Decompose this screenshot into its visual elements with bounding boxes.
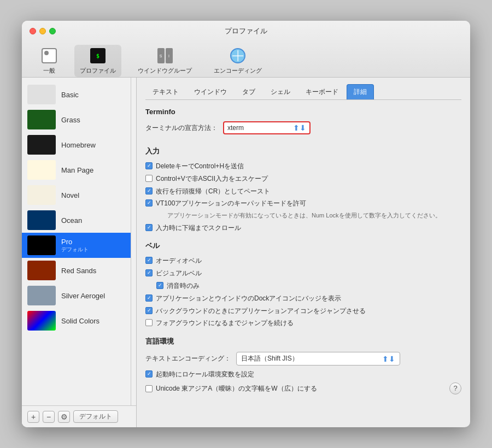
tab-tab[interactable]: タブ: [235, 84, 262, 99]
main-window: プロファイル 一般 $ プロファイル S I: [22, 21, 470, 427]
sidebar-item-label: Grass: [61, 116, 80, 124]
checkbox-ctrl-v-box[interactable]: [145, 175, 153, 182]
checkbox-vt100-box[interactable]: [145, 199, 153, 207]
checkbox-ctrl-v-nonascii: Control+Vで非ASCII入力をエスケープ: [145, 174, 461, 184]
sidebar-item-label: Ocean: [61, 216, 82, 225]
terminfo-select[interactable]: xterm ⬆⬇: [223, 121, 311, 134]
sidebar-item-manpage[interactable]: Man Page: [22, 157, 131, 182]
vt100-note: アプリケーションモードが有効になっているときは、Num Lockを使用して数字を…: [167, 211, 461, 220]
terminfo-select-value: xterm: [227, 124, 293, 132]
toolbar-profile-label: プロファイル: [80, 67, 116, 75]
checkbox-bounce-fg-box[interactable]: [145, 319, 153, 326]
sidebar-item-basic[interactable]: Basic: [22, 82, 131, 107]
checkbox-visual-bell-label: ビジュアルベル: [156, 269, 202, 278]
checkbox-bounce-bg-label: バックグラウンドのときにアプリケーションアイコンをジャンプさせる: [156, 306, 366, 316]
sidebar-item-redsands[interactable]: Red Sands: [22, 258, 131, 283]
toolbar: 一般 $ プロファイル S I ウインドウグループ: [30, 40, 462, 77]
checkbox-mute-only-box[interactable]: [156, 282, 163, 289]
tab-bar: テキスト ウインドウ タブ シェル キーボード 詳細: [145, 84, 461, 100]
lang-section-title: 言語環境: [145, 337, 461, 346]
checkbox-bounce-fg: フォアグラウンドになるまでジャンプを続ける: [145, 319, 461, 328]
sidebar-text-redsands: Red Sands: [61, 267, 96, 275]
sidebar-item-silveraerogel[interactable]: Silver Aerogel: [22, 283, 131, 308]
traffic-lights: [30, 28, 56, 34]
checkbox-unicode-width: Unicode 東アジアA（曖昧）の文字幅をW（広）にする ?: [145, 382, 461, 394]
checkbox-set-locale-box[interactable]: [145, 370, 153, 378]
default-button[interactable]: デフォルト: [73, 410, 118, 423]
sidebar-item-grass[interactable]: Grass: [22, 107, 131, 132]
sidebar-bottom: + − ⚙ デフォルト: [22, 405, 136, 427]
toolbar-profile[interactable]: $ プロファイル: [74, 45, 121, 77]
profile-icon: $: [89, 47, 107, 64]
window-group-icon: S I: [156, 47, 174, 64]
terminfo-section: Terminfo ターミナルの宣言方法： xterm ⬆⬇: [145, 108, 461, 140]
checkbox-cr-paste: 改行を行頭復帰（CR）としてペースト: [145, 187, 461, 196]
close-button[interactable]: [30, 28, 36, 34]
checkbox-vt100-label: VT100アプリケーションのキーパッドモードを許可: [156, 199, 306, 208]
sidebar-item-ocean[interactable]: Ocean: [22, 208, 131, 233]
checkbox-mute-only: 消音時のみ: [145, 281, 461, 291]
toolbar-window-group-label: ウインドウグループ: [138, 67, 192, 75]
checkbox-badge-dock-box[interactable]: [145, 294, 153, 302]
sidebar: Basic Grass: [22, 78, 131, 405]
sidebar-text-silveraerogel: Silver Aerogel: [61, 292, 105, 300]
sidebar-text-pro: Pro デフォルト: [61, 238, 89, 254]
checkbox-mute-only-label: 消音時のみ: [167, 281, 200, 291]
checkbox-unicode-width-box[interactable]: [145, 385, 153, 392]
sidebar-item-label: Solid Colors: [61, 317, 99, 325]
encoding-select[interactable]: 日本語（Shift JIS） ⬆⬇: [236, 352, 400, 366]
encoding-icon: [229, 47, 247, 64]
tab-advanced[interactable]: 詳細: [347, 84, 374, 99]
tab-window[interactable]: ウインドウ: [187, 84, 234, 99]
checkbox-delete-ctrl-h: DeleteキーでControl+Hを送信: [145, 162, 461, 171]
main-content: テキスト ウインドウ タブ シェル キーボード 詳細 Terminfo ターミナ…: [137, 78, 470, 427]
checkbox-cr-paste-box[interactable]: [145, 187, 153, 194]
toolbar-general-label: 一般: [43, 67, 55, 75]
sidebar-item-label: Man Page: [61, 166, 93, 174]
checkbox-delete-ctrl-h-box[interactable]: [145, 162, 153, 169]
fullscreen-button[interactable]: [49, 28, 56, 34]
sidebar-thumb-manpage: [27, 160, 56, 180]
checkbox-bounce-fg-label: フォアグラウンドになるまでジャンプを続ける: [156, 319, 294, 328]
tab-shell[interactable]: シェル: [263, 84, 297, 99]
checkbox-bounce-bg-box[interactable]: [145, 307, 153, 314]
checkbox-set-locale: 起動時にロケール環境変数を設定: [145, 370, 461, 379]
add-profile-button[interactable]: +: [27, 411, 39, 423]
checkbox-delete-ctrl-h-label: DeleteキーでControl+Hを送信: [156, 162, 244, 171]
remove-profile-button[interactable]: −: [43, 411, 55, 423]
sidebar-item-label: Pro: [61, 238, 89, 246]
toolbar-encoding-label: エンコーディング: [214, 67, 262, 75]
sidebar-item-label: Silver Aerogel: [61, 292, 105, 300]
terminfo-select-arrow: ⬆⬇: [293, 123, 306, 132]
content-area: Basic Grass: [22, 78, 470, 427]
general-icon: [40, 47, 58, 64]
checkbox-ctrl-v-label: Control+Vで非ASCII入力をエスケープ: [156, 174, 268, 184]
toolbar-encoding[interactable]: エンコーディング: [208, 45, 267, 77]
terminfo-row: ターミナルの宣言方法： xterm ⬆⬇: [145, 121, 461, 134]
checkbox-visual-bell-box[interactable]: [145, 269, 153, 276]
minimize-button[interactable]: [39, 28, 46, 34]
checkbox-badge-dock: アプリケーションとウインドウのDockアイコンにバッジを表示: [145, 294, 461, 303]
tab-text[interactable]: テキスト: [145, 84, 186, 99]
checkbox-scroll-box[interactable]: [145, 224, 153, 231]
sidebar-thumb-redsands: [27, 261, 56, 280]
checkbox-audio-bell-box[interactable]: [145, 257, 153, 264]
sidebar-item-pro[interactable]: Pro デフォルト: [22, 233, 131, 258]
help-button[interactable]: ?: [449, 382, 461, 394]
sidebar-text-solidcolors: Solid Colors: [61, 317, 99, 325]
lang-section: 言語環境 テキストエンコーディング： 日本語（Shift JIS） ⬆⬇ 起動時…: [145, 337, 461, 398]
settings-button[interactable]: ⚙: [58, 411, 70, 423]
bell-section-title: ベル: [145, 241, 461, 251]
sidebar-item-solidcolors[interactable]: Solid Colors: [22, 308, 131, 333]
tab-keyboard[interactable]: キーボード: [298, 84, 345, 99]
checkbox-set-locale-label: 起動時にロケール環境変数を設定: [156, 370, 254, 379]
sidebar-thumb-pro: [27, 235, 56, 255]
bell-section: ベル オーディオベル ビジュアルベル 消音時のみ アプリケーションとウインドウの…: [145, 241, 461, 331]
checkbox-bounce-bg: バックグラウンドのときにアプリケーションアイコンをジャンプさせる: [145, 306, 461, 316]
toolbar-general[interactable]: 一般: [35, 45, 63, 77]
sidebar-item-homebrew[interactable]: Homebrew: [22, 132, 131, 157]
checkbox-audio-bell: オーディオベル: [145, 256, 461, 266]
window-title: プロファイル: [225, 26, 267, 36]
sidebar-item-novel[interactable]: Novel: [22, 182, 131, 208]
toolbar-window-group[interactable]: S I ウインドウグループ: [132, 45, 197, 77]
